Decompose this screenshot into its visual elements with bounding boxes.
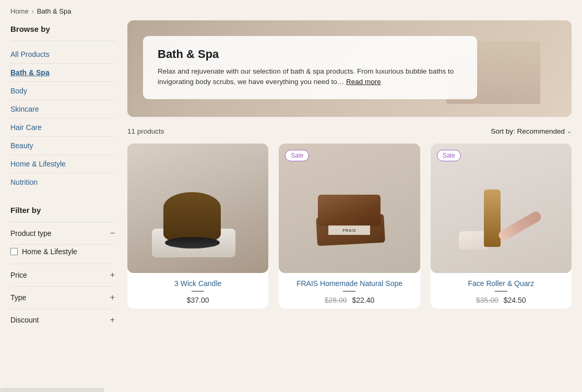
product-image-candle (127, 144, 268, 273)
filter-product-type-label: Product type (10, 229, 52, 237)
product-info-soap: FRAIS Homemade Natural Sope $28.00 $22.4… (279, 273, 420, 308)
roller-tool (497, 210, 543, 242)
filter-discount-label: Discount (10, 316, 39, 324)
faceroller-illustration (431, 144, 572, 273)
candle-lid (165, 237, 220, 248)
hero-description: Relax and rejuvenate with our selection … (158, 66, 462, 88)
sidebar-item-skincare[interactable]: Skincare (10, 100, 115, 118)
price-sale-faceroller: $24.50 (504, 296, 526, 304)
product-image-soap: FRAIS Sale (279, 144, 420, 273)
filter-product-type-content: Home & Lifestyle (10, 245, 115, 264)
breadcrumb-current: Bath & Spa (37, 7, 72, 15)
sale-badge-faceroller: Sale (437, 150, 461, 161)
price-sale-soap: $22.40 (352, 296, 374, 304)
soap-label: FRAIS (328, 225, 370, 235)
breadcrumb-separator: › (32, 8, 34, 15)
filter-section: Product type − Home & Lifestyle Price + (10, 222, 115, 331)
soap-illustration: FRAIS (279, 144, 420, 273)
filter-checkbox-home-lifestyle-label: Home & Lifestyle (22, 247, 77, 256)
price-original-faceroller: $35.00 (476, 296, 498, 304)
soap-bar-main (318, 195, 381, 226)
price-original-soap: $28.00 (325, 296, 347, 304)
products-count: 11 products (127, 127, 164, 135)
filter-price-row[interactable]: Price + (10, 264, 115, 287)
minus-icon: − (110, 229, 115, 237)
plus-icon-price: + (110, 271, 115, 279)
roller-bottle (484, 189, 501, 247)
product-card-faceroller[interactable]: Sale Face Roller & Quarz $35.00 $24.50 (431, 144, 572, 308)
hero-title: Bath & Spa (158, 47, 462, 61)
candle-jar (163, 192, 221, 244)
filter-by-label: Filter by (10, 206, 115, 215)
filter-product-type-row[interactable]: Product type − (10, 222, 115, 245)
sale-badge-soap: Sale (285, 150, 309, 161)
breadcrumb: Home › Bath & Spa (10, 0, 572, 20)
product-card-candle[interactable]: 3 Wick Candle $37.00 (127, 144, 268, 308)
chevron-down-icon: ⌄ (567, 128, 572, 135)
sidebar-item-body[interactable]: Body (10, 82, 115, 100)
product-divider-faceroller (495, 291, 507, 292)
checkbox-home-lifestyle[interactable] (10, 248, 18, 255)
sidebar: Browse by All Products Bath & Spa Body S… (10, 20, 115, 331)
hero-banner: Bath & Spa Relax and rejuvenate with our… (127, 20, 572, 117)
product-price-faceroller: $35.00 $24.50 (435, 296, 567, 304)
product-info-faceroller: Face Roller & Quarz $35.00 $24.50 (431, 273, 572, 308)
sort-by-dropdown[interactable]: Sort by: Recommended ⌄ (491, 127, 572, 135)
sidebar-item-nutrition[interactable]: Nutrition (10, 173, 115, 191)
plus-icon-discount: + (110, 316, 115, 324)
product-name-candle: 3 Wick Candle (132, 279, 264, 288)
product-divider-candle (192, 291, 204, 292)
sidebar-item-bath-spa[interactable]: Bath & Spa (10, 64, 115, 82)
content-area: Bath & Spa Relax and rejuvenate with our… (127, 20, 572, 331)
filter-discount-row[interactable]: Discount + (10, 309, 115, 331)
read-more-link[interactable]: Read more (346, 78, 381, 86)
scrollbar[interactable] (0, 388, 104, 392)
product-image-faceroller: Sale (431, 144, 572, 273)
sidebar-divider (10, 41, 115, 41)
breadcrumb-home[interactable]: Home (10, 7, 29, 15)
sort-by-label: Sort by: Recommended (491, 127, 565, 135)
sidebar-item-home-lifestyle[interactable]: Home & Lifestyle (10, 155, 115, 173)
product-name-faceroller: Face Roller & Quarz (435, 279, 567, 288)
sidebar-item-all-products[interactable]: All Products (10, 45, 115, 64)
filter-type-label: Type (10, 293, 26, 302)
sidebar-nav: All Products Bath & Spa Body Skincare Ha… (10, 45, 115, 191)
products-bar: 11 products Sort by: Recommended ⌄ (127, 127, 572, 135)
browse-by-label: Browse by (10, 25, 115, 33)
sidebar-item-beauty[interactable]: Beauty (10, 137, 115, 155)
filter-price-label: Price (10, 271, 27, 279)
product-name-soap: FRAIS Homemade Natural Sope (283, 279, 415, 288)
plus-icon-type: + (110, 293, 115, 302)
filter-checkbox-home-lifestyle[interactable]: Home & Lifestyle (10, 245, 115, 258)
candle-illustration (127, 144, 268, 273)
price-regular-candle: $37.00 (187, 296, 209, 304)
hero-card: Bath & Spa Relax and rejuvenate with our… (143, 36, 477, 99)
product-info-candle: 3 Wick Candle $37.00 (127, 273, 268, 308)
product-card-soap[interactable]: FRAIS Sale FRAIS Homemade Natural Sope $… (279, 144, 420, 308)
product-divider-soap (343, 291, 355, 292)
sidebar-item-hair-care[interactable]: Hair Care (10, 118, 115, 137)
product-price-soap: $28.00 $22.40 (283, 296, 415, 304)
product-grid: 3 Wick Candle $37.00 FRAIS (127, 144, 572, 308)
filter-type-row[interactable]: Type + (10, 287, 115, 309)
product-price-candle: $37.00 (132, 296, 264, 304)
